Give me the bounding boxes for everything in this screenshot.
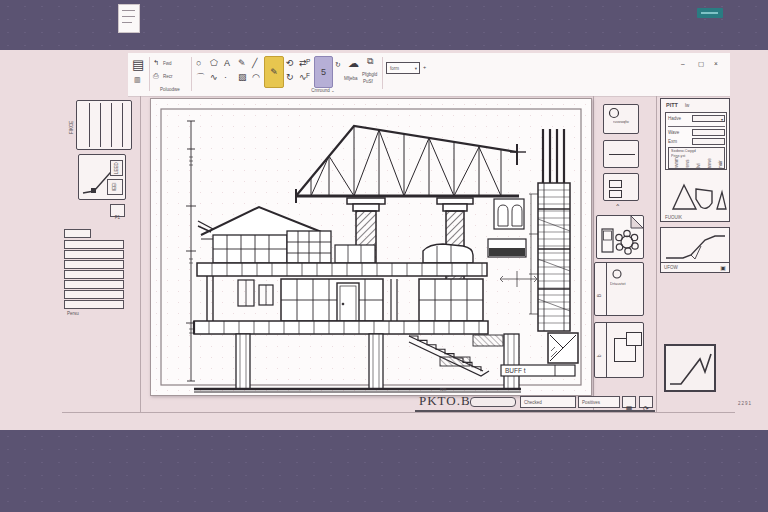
clipboard-group-label: Poluodwe xyxy=(150,87,190,92)
ribbon-separator xyxy=(149,57,150,91)
forward-icon[interactable]: ↰ xyxy=(153,59,159,66)
shape-sketches[interactable] xyxy=(665,177,727,213)
curve-chip-2[interactable]: IEEI xyxy=(107,179,123,195)
section-drawing[interactable]: BUFF t xyxy=(151,99,591,395)
wave-tool-icon[interactable]: ∿ xyxy=(210,73,218,82)
detail-label: BUFF t xyxy=(505,367,526,374)
active-tool-button-purple[interactable]: 5 xyxy=(314,56,333,88)
titleblock-underline xyxy=(415,410,655,412)
divider xyxy=(656,96,657,412)
pencil-tool-icon[interactable]: ✎ xyxy=(238,59,246,68)
rotated-col: anwe xyxy=(707,158,712,169)
field-1-label: Checked xyxy=(524,400,542,405)
layer-row[interactable]: Kilvae xyxy=(64,280,124,289)
arc-tool-icon[interactable]: ⌒ xyxy=(196,73,205,82)
frame-icon[interactable]: F xyxy=(306,72,310,80)
layer-row[interactable]: Colow xyxy=(64,270,124,279)
properties-panel: PITT lw Hadve ▾ Wave Exm Sxxbew-Cwygd Pr… xyxy=(660,98,730,222)
f1-chip[interactable]: F1 xyxy=(110,204,125,217)
titleblock-field-1[interactable]: Checked xyxy=(520,396,576,408)
chart-label: UFOW xyxy=(664,265,678,270)
rotate-icon[interactable]: ⟲ xyxy=(286,59,294,68)
layer-row[interactable]: It xyxy=(64,240,124,249)
refresh-icon[interactable]: ↻ xyxy=(335,61,341,68)
curve-chart xyxy=(661,228,729,262)
mini-menu-line xyxy=(122,22,132,23)
caret-icon: ⌃ xyxy=(615,203,620,211)
recent-icon[interactable]: ⎙ xyxy=(153,72,159,79)
tool-card-options[interactable] xyxy=(603,173,639,201)
titleblock-input[interactable] xyxy=(470,397,516,407)
graph-tool-box[interactable] xyxy=(664,344,716,392)
subbox-title: Sxxbew-Cwygd xyxy=(671,149,696,153)
curve-chip-2-label: IEEI xyxy=(112,180,117,194)
card-divider xyxy=(606,263,607,315)
curve-chip-1[interactable]: LEED xyxy=(110,160,123,176)
paste-icon[interactable]: ▤ xyxy=(132,58,144,71)
layout-card[interactable]: b xyxy=(594,322,644,378)
polygon-tool-icon[interactable]: ⬠ xyxy=(210,59,218,68)
checkbox-glyph xyxy=(609,190,622,198)
combo-value: form xyxy=(390,66,399,71)
section-style-icon: 5 xyxy=(321,67,326,77)
forward-label[interactable]: Fwd xyxy=(163,61,172,66)
teal-status-badge xyxy=(697,8,723,18)
keyboard-button[interactable]: ▦ xyxy=(622,396,636,408)
tool-card-line[interactable] xyxy=(603,140,639,168)
circle-tool-icon[interactable]: ○ xyxy=(196,59,201,68)
mini-menu-line xyxy=(122,10,135,11)
form-input-3[interactable] xyxy=(692,138,725,145)
hatch-style-panel[interactable] xyxy=(76,100,132,150)
hatch-line xyxy=(100,103,101,147)
named-view-card[interactable]: B Drtauvtot xyxy=(594,262,644,316)
paste-sub-icon[interactable]: ▥ xyxy=(134,76,141,83)
layer-row[interactable]: Cauud xyxy=(64,260,124,269)
form-input-2[interactable] xyxy=(692,129,725,136)
style-combobox[interactable]: form ▾ xyxy=(386,62,420,74)
layer-row[interactable]: Titrews xyxy=(64,250,124,259)
curve-chart-panel[interactable]: UFOW ▣ xyxy=(660,227,730,273)
tool-card-circle[interactable]: ruvwwqfw xyxy=(603,104,639,134)
maximize-button[interactable]: ▢ xyxy=(698,60,704,68)
redo-icon[interactable]: ↻ xyxy=(286,73,294,82)
point-tool-icon[interactable]: · xyxy=(224,73,227,82)
cloud-icon[interactable]: ☁ xyxy=(348,58,359,69)
form-rule xyxy=(668,126,725,127)
mini-menu-panel[interactable] xyxy=(118,4,140,33)
titleblock-mini-label: nm xyxy=(440,387,446,392)
close-button[interactable]: × xyxy=(714,60,718,68)
hatch-tool-icon[interactable]: ▨ xyxy=(238,73,247,82)
top-letterbox-band xyxy=(0,0,768,50)
layers-label-1: Pfgbgld xyxy=(362,72,377,77)
active-tool-button-yellow[interactable]: ✎ xyxy=(264,56,284,88)
f1-chip-label: F1 xyxy=(115,215,120,220)
curve-tool-icon[interactable]: ◠ xyxy=(252,73,260,82)
hatch-line xyxy=(89,103,90,147)
text-tool-icon[interactable]: A xyxy=(224,59,230,68)
drawing-title: PKTO.B xyxy=(419,393,471,409)
page-icon[interactable]: P xyxy=(306,58,310,66)
layers-list-header[interactable]: TOM xyxy=(64,229,91,238)
layer-row[interactable]: Persu xyxy=(64,300,124,309)
chevron-down-icon[interactable]: ▾ xyxy=(415,66,417,71)
graph-line-icon xyxy=(666,346,714,390)
layer-row[interactable]: Cause xyxy=(64,290,124,299)
mini-menu-line xyxy=(122,16,135,17)
reload-button[interactable]: ⟳ xyxy=(639,396,653,408)
chart-corner-icon[interactable]: ▣ xyxy=(720,264,726,271)
line-tool-icon[interactable]: ╱ xyxy=(252,59,257,68)
layout-card-side-label: b xyxy=(597,345,602,357)
drawing-sheet[interactable]: BUFF t xyxy=(150,98,592,396)
plus-icon[interactable]: + xyxy=(423,64,426,71)
rotated-col: muir xyxy=(718,158,723,169)
titleblock-field-2[interactable]: Positives xyxy=(578,396,620,408)
document-card[interactable] xyxy=(596,215,644,259)
curve-chip-1-label: LEED xyxy=(114,161,119,175)
chevron-down-icon: ▾ xyxy=(721,117,723,122)
layout-rect xyxy=(626,332,642,346)
form-combo-1[interactable]: ▾ xyxy=(692,115,725,122)
recent-label[interactable]: Recr xyxy=(163,74,173,79)
minimize-button[interactable]: – xyxy=(681,60,685,68)
layers-icon[interactable]: ⧉ xyxy=(367,57,373,66)
rotated-table-box: Sxxbew-Cwygd Prine-yst wvnm rews tlvi an… xyxy=(668,147,725,169)
